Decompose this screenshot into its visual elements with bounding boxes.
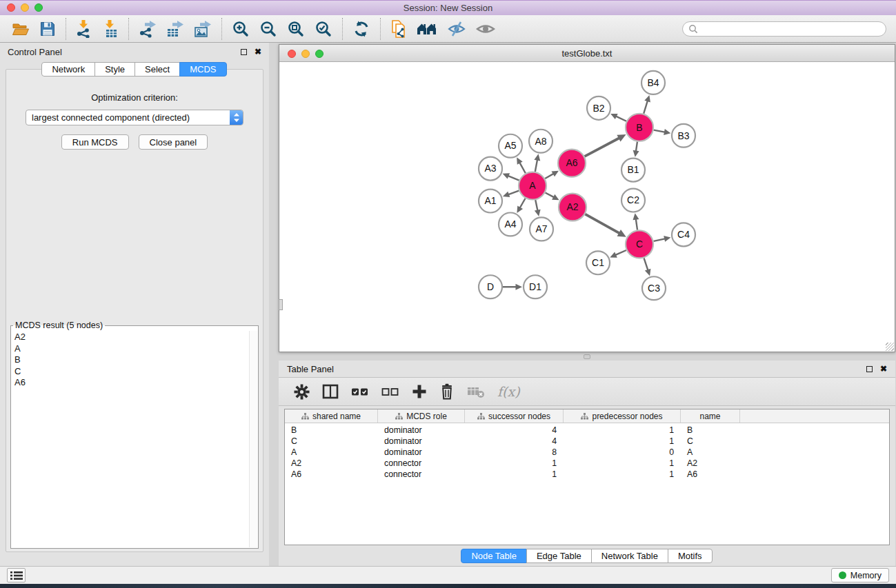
close-network-button[interactable] <box>288 50 296 58</box>
hide-selected-button[interactable] <box>442 19 471 39</box>
mcds-result-item[interactable]: B <box>14 354 248 366</box>
clone-network-button[interactable] <box>386 18 412 40</box>
select-all-columns-button[interactable] <box>351 387 369 397</box>
close-panel-button[interactable]: Close panel <box>139 134 208 150</box>
network-edge-A2-C[interactable] <box>585 214 626 237</box>
export-network-button[interactable] <box>134 19 161 39</box>
network-edge-A6-B[interactable] <box>585 134 626 156</box>
search-input[interactable] <box>701 24 880 34</box>
settings-button[interactable] <box>294 384 310 400</box>
horizontal-splitter[interactable] <box>279 352 895 361</box>
network-edge-C-C2[interactable] <box>633 213 639 230</box>
network-edge-C-C1[interactable] <box>610 250 626 258</box>
network-window-titlebar[interactable]: testGlobe.txt <box>279 45 895 62</box>
network-node-A3[interactable]: A3 <box>479 157 502 181</box>
network-node-B4[interactable]: B4 <box>641 71 665 94</box>
zoom-fit-button[interactable] <box>282 19 310 39</box>
network-edge-A-A2[interactable] <box>546 192 559 200</box>
tab-style[interactable]: Style <box>94 62 135 77</box>
zoom-selected-button[interactable] <box>310 19 337 39</box>
network-node-B3[interactable]: B3 <box>672 124 695 148</box>
splitter-handle[interactable] <box>584 354 590 359</box>
close-panel-icon[interactable]: ✖ <box>255 48 261 56</box>
column-header-shared-name[interactable]: shared name <box>285 409 378 423</box>
network-node-D[interactable]: D <box>479 275 502 298</box>
network-edge-A-A8[interactable] <box>534 154 540 172</box>
network-node-A8[interactable]: A8 <box>529 130 552 153</box>
criterion-select[interactable]: largest connected component (directed) <box>26 110 243 125</box>
zoom-network-button[interactable] <box>315 50 323 58</box>
network-node-A1[interactable]: A1 <box>479 190 502 213</box>
column-header-successor-nodes[interactable]: successor nodes <box>465 409 564 423</box>
memory-button[interactable]: Memory <box>831 568 889 582</box>
tab-select[interactable]: Select <box>135 62 180 77</box>
network-node-B[interactable]: B <box>626 114 653 141</box>
network-edge-B-B2[interactable] <box>610 114 626 121</box>
network-graph[interactable]: AA1A2A3A4A5A6A7A8BB1B2B3B4CC1C2C3C4DD1 <box>279 62 895 352</box>
network-node-A2[interactable]: A2 <box>559 194 586 221</box>
float-panel-icon[interactable] <box>866 366 873 372</box>
float-panel-icon[interactable] <box>241 49 247 55</box>
network-edge-A-A5[interactable] <box>517 157 526 173</box>
mcds-result-list[interactable]: A2ABCA6 <box>12 331 257 547</box>
run-mcds-button[interactable]: Run MCDS <box>61 134 129 150</box>
open-button[interactable] <box>7 19 34 39</box>
network-edge-D-D1[interactable] <box>503 284 522 290</box>
network-node-B1[interactable]: B1 <box>621 159 645 182</box>
table-row[interactable]: Bdominator41B <box>285 425 889 436</box>
network-edge-A-A4[interactable] <box>517 199 525 213</box>
network-node-C2[interactable]: C2 <box>621 189 645 212</box>
network-edge-B-B3[interactable] <box>654 129 671 135</box>
delete-table-button[interactable] <box>467 385 485 398</box>
mcds-result-item[interactable]: A <box>14 343 248 355</box>
network-node-A[interactable]: A <box>519 172 546 200</box>
export-image-button[interactable] <box>189 19 217 39</box>
table-row[interactable]: A6connector11A6 <box>285 469 889 480</box>
network-edge-C-C4[interactable] <box>654 236 671 242</box>
zoom-in-button[interactable] <box>227 19 255 39</box>
close-panel-icon[interactable]: ✖ <box>880 365 887 373</box>
network-edge-B-B1[interactable] <box>633 142 639 157</box>
tab-mcds[interactable]: MCDS <box>179 62 226 77</box>
resize-grip-icon[interactable] <box>886 343 894 351</box>
minimize-window-button[interactable] <box>21 3 29 12</box>
network-node-D1[interactable]: D1 <box>524 275 547 298</box>
tab-network-table[interactable]: Network Table <box>591 549 668 563</box>
network-edge-B-B4[interactable] <box>644 95 650 114</box>
tab-motifs[interactable]: Motifs <box>668 549 713 563</box>
deselect-all-columns-button[interactable] <box>381 387 399 397</box>
column-header-predecessor-nodes[interactable]: predecessor nodes <box>564 409 681 423</box>
column-header-name[interactable]: name <box>681 409 740 423</box>
import-table-button[interactable] <box>97 18 123 39</box>
scrollbar-track[interactable] <box>249 331 257 547</box>
close-window-button[interactable] <box>7 3 15 12</box>
network-edge-A-A7[interactable] <box>535 200 541 216</box>
import-network-button[interactable] <box>71 18 97 39</box>
mcds-result-item[interactable]: A6 <box>14 377 248 389</box>
table-row[interactable]: Adominator80A <box>285 447 889 458</box>
minimize-network-button[interactable] <box>301 50 310 58</box>
reset-view-button[interactable] <box>412 20 442 38</box>
task-history-button[interactable] <box>7 568 26 582</box>
network-node-A7[interactable]: A7 <box>530 217 553 241</box>
network-node-C3[interactable]: C3 <box>642 276 666 300</box>
network-node-A6[interactable]: A6 <box>558 150 586 177</box>
network-edge-A-A3[interactable] <box>503 173 519 180</box>
network-canvas[interactable]: AA1A2A3A4A5A6A7A8BB1B2B3B4CC1C2C3C4DD1 <box>279 62 895 352</box>
tab-network[interactable]: Network <box>41 62 95 77</box>
save-button[interactable] <box>34 19 61 39</box>
refresh-button[interactable] <box>348 19 375 39</box>
table-row[interactable]: A2connector11A2 <box>285 458 889 469</box>
network-node-C[interactable]: C <box>626 230 653 258</box>
add-column-button[interactable] <box>412 384 427 399</box>
network-node-C4[interactable]: C4 <box>672 223 695 246</box>
table-row[interactable]: Cdominator41C <box>285 436 889 447</box>
panel-grab-handle[interactable] <box>279 299 283 310</box>
network-edge-C-C3[interactable] <box>644 258 651 276</box>
delete-column-button[interactable] <box>439 383 455 400</box>
column-header-mcds-role[interactable]: MCDS role <box>378 409 465 423</box>
mcds-result-item[interactable]: C <box>14 366 248 378</box>
network-node-C1[interactable]: C1 <box>586 251 610 274</box>
zoom-window-button[interactable] <box>34 3 43 12</box>
network-node-A4[interactable]: A4 <box>499 212 522 236</box>
